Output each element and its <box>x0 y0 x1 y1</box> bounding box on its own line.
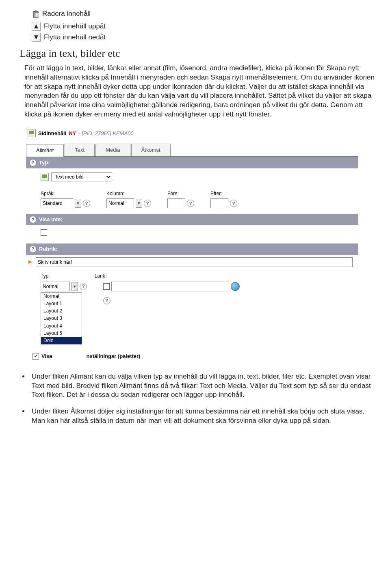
list-item[interactable]: Layout 3 <box>41 314 82 322</box>
caret-right-icon: ▶ <box>28 258 33 265</box>
list-item[interactable]: Normal <box>41 293 82 300</box>
tabs: Allmänt Text Media Åtkomst <box>26 144 358 157</box>
section-rubrik-label: Rubrik: <box>39 246 58 253</box>
type-doc-icon <box>41 173 49 181</box>
panel-title-strong: Sidinnehåll <box>38 130 66 137</box>
list-item[interactable]: Layout 5 <box>41 330 82 337</box>
lank-checkbox[interactable] <box>103 283 110 290</box>
efter-label: Efter: <box>210 190 237 197</box>
bullet-1: Under fliken Allmänt kan du välja vilken… <box>29 372 375 400</box>
panel-title: Sidinnehåll NY - [PID: 27965] KEMA00 <box>26 127 358 142</box>
help-icon[interactable]: ? <box>80 283 87 290</box>
section-visainte-bar: ? Visa inte: <box>26 214 358 225</box>
chevron-down-icon[interactable]: ▼ <box>72 282 78 291</box>
tab-atkomst[interactable]: Åtkomst <box>131 144 171 156</box>
subtyp-label: Typ: <box>41 273 50 279</box>
globe-icon[interactable] <box>231 282 240 291</box>
action-move-down: ▼ Flytta innehåll nedåt <box>32 33 375 42</box>
panel-title-pid: - [PID: 27965] KEMA00 <box>78 130 133 137</box>
help-icon[interactable]: ? <box>103 297 110 304</box>
intro-paragraph: För att lägga in text, bilder, länkar el… <box>24 64 375 120</box>
type-current-input[interactable] <box>41 282 70 291</box>
fore-input[interactable] <box>167 198 185 208</box>
move-down-icon: ▼ <box>32 33 41 42</box>
tab-text[interactable]: Text <box>65 144 95 156</box>
action-movedown-label: Flytta innehåll nedåt <box>44 33 106 42</box>
action-moveup-label: Flytta innehåll uppåt <box>44 22 106 31</box>
rubrik-input[interactable] <box>36 257 353 267</box>
sprak-label: Språk: <box>41 190 90 197</box>
trash-icon: 🗑 <box>32 8 41 20</box>
palette-suffix: nställningar (paletter) <box>87 353 141 360</box>
action-delete-label: Radera innehåll <box>42 9 91 19</box>
help-icon[interactable]: ? <box>230 200 237 207</box>
type-select[interactable]: Text med bild <box>51 172 112 181</box>
chevron-down-icon[interactable]: ▼ <box>136 199 142 208</box>
lank-input[interactable] <box>111 282 229 291</box>
lank-label: Länk: <box>95 273 106 279</box>
type-listbox[interactable]: Normal Layout 1 Layout 2 Layout 3 Layout… <box>41 292 82 345</box>
tab-media[interactable]: Media <box>95 144 130 156</box>
kolumn-input[interactable] <box>106 198 134 208</box>
help-icon[interactable]: ? <box>29 216 37 223</box>
section-typ-bar: ? Typ: <box>26 157 358 168</box>
palette-checkbox[interactable] <box>32 353 39 360</box>
kolumn-label: Kolumn: <box>106 190 151 197</box>
efter-input[interactable] <box>210 198 228 208</box>
help-icon[interactable]: ? <box>29 246 37 253</box>
bullet-2: Under fliken Åtkomst döljer sig inställn… <box>29 407 375 426</box>
content-edit-panel: Sidinnehåll NY - [PID: 27965] KEMA00 All… <box>26 127 358 362</box>
move-up-icon: ▲ <box>32 22 41 31</box>
chevron-down-icon[interactable]: ▼ <box>75 199 81 208</box>
palette-prefix: Visa <box>41 353 52 360</box>
list-item[interactable]: Layout 1 <box>41 300 82 307</box>
list-item[interactable]: Layout 4 <box>41 322 82 330</box>
action-delete: 🗑 Radera innehåll <box>32 8 375 20</box>
tab-allmant[interactable]: Allmänt <box>26 144 64 157</box>
section-typ-label: Typ: <box>39 159 50 166</box>
help-icon[interactable]: ? <box>83 200 90 207</box>
sprak-input[interactable] <box>41 198 73 208</box>
fore-label: Före: <box>167 190 194 197</box>
help-icon[interactable]: ? <box>29 159 37 166</box>
list-item[interactable]: Layout 2 <box>41 307 82 314</box>
visa-inte-checkbox[interactable] <box>41 229 47 236</box>
section-visainte-label: Visa inte: <box>39 216 63 223</box>
document-icon <box>28 129 36 137</box>
help-icon[interactable]: ? <box>144 200 151 207</box>
palette-row: Visa nställningar (paletter) <box>26 349 358 362</box>
action-move-up: ▲ Flytta innehåll uppåt <box>32 22 375 31</box>
help-icon[interactable]: ? <box>187 200 194 207</box>
panel-title-new: NY <box>69 130 76 137</box>
section-heading: Lägga in text, bilder etc <box>20 46 375 60</box>
section-rubrik-bar: ? Rubrik: <box>26 243 358 255</box>
list-item-selected[interactable]: Dold <box>41 337 82 344</box>
